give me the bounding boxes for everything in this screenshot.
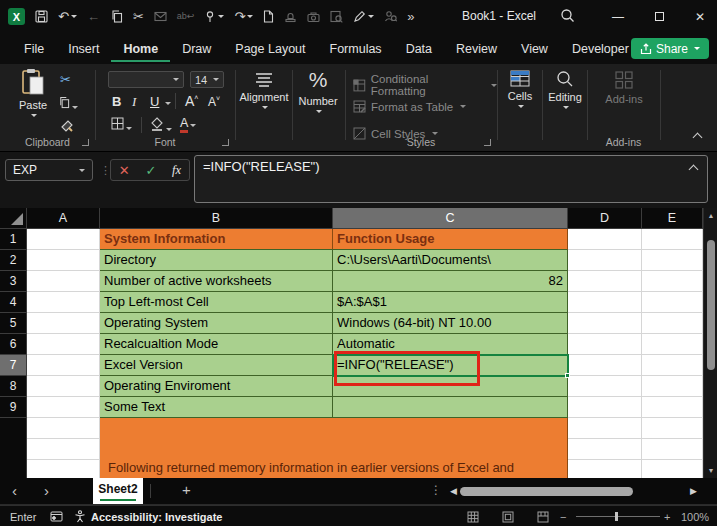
cell-b9[interactable]: Some Text — [100, 397, 333, 418]
page-layout-view-icon[interactable] — [502, 506, 514, 526]
cell-d6[interactable] — [568, 334, 642, 355]
accessibility-status[interactable]: Accessibility: Investigate — [74, 506, 222, 526]
scroll-right-icon[interactable]: ▶ — [690, 486, 697, 496]
styles-dialog-launcher[interactable] — [484, 139, 491, 146]
tab-draw[interactable]: Draw — [170, 36, 223, 62]
bold-button[interactable]: B — [112, 94, 121, 109]
cell-c3[interactable]: 82 — [333, 271, 568, 292]
cell-e7[interactable] — [642, 355, 703, 376]
cell-d5[interactable] — [568, 313, 642, 334]
cell-e9[interactable] — [642, 397, 703, 418]
column-header-b[interactable]: B — [100, 208, 333, 229]
copy-button[interactable] — [110, 10, 123, 23]
cell-e1[interactable] — [642, 229, 703, 250]
cell-a5[interactable] — [27, 313, 100, 334]
cell-b7[interactable]: Excel Version — [100, 355, 333, 376]
cell-a10[interactable] — [27, 418, 100, 478]
tab-file[interactable]: File — [12, 36, 56, 62]
font-dialog-launcher[interactable] — [222, 139, 229, 146]
cell-b6[interactable]: Recalcualtion Mode — [100, 334, 333, 355]
cell-c4[interactable]: $A:$A$1 — [333, 292, 568, 313]
horizontal-scroll-thumb[interactable] — [460, 487, 633, 496]
cell-e8[interactable] — [642, 376, 703, 397]
redo-button[interactable]: ↷ — [234, 10, 253, 23]
tab-page-layout[interactable]: Page Layout — [223, 36, 317, 62]
cell-c5[interactable]: Windows (64-bit) NT 10.00 — [333, 313, 568, 334]
cell-d9[interactable] — [568, 397, 642, 418]
column-header-d[interactable]: D — [568, 208, 642, 229]
cell-b4[interactable]: Top Left-most Cell — [100, 292, 333, 313]
cell-c6[interactable]: Automatic — [333, 334, 568, 355]
cell-d8[interactable] — [568, 376, 642, 397]
share-button[interactable]: Share — [631, 38, 709, 59]
qat-overflow-button[interactable]: » — [407, 10, 414, 23]
tab-review[interactable]: Review — [444, 36, 509, 62]
copy-ribbon-button[interactable] — [58, 96, 78, 112]
conditional-formatting-button[interactable]: Conditional Formatting — [353, 73, 497, 97]
cell-e4[interactable] — [642, 292, 703, 313]
cell-c1[interactable]: Function Usage — [333, 229, 568, 250]
row-header-3[interactable]: 3 — [0, 271, 27, 292]
minimize-button[interactable]: — — [600, 0, 636, 33]
cell-d3[interactable] — [568, 271, 642, 292]
scroll-down-icon[interactable]: ▼ — [704, 467, 717, 474]
cell-c9[interactable] — [333, 397, 568, 418]
format-painter-button[interactable] — [60, 119, 74, 136]
cut-button[interactable]: ✂ — [133, 10, 144, 23]
cell-c8[interactable] — [333, 376, 568, 397]
cell-e2[interactable] — [642, 250, 703, 271]
cell-a9[interactable] — [27, 397, 100, 418]
zoom-slider-track[interactable] — [576, 516, 660, 517]
cell-e3[interactable] — [642, 271, 703, 292]
save-icon[interactable] — [35, 10, 48, 23]
tab-view[interactable]: View — [509, 36, 560, 62]
close-button[interactable]: ✕ — [682, 0, 717, 33]
pen-input-button[interactable] — [353, 10, 374, 23]
italic-button[interactable]: I — [132, 94, 136, 110]
zoom-slider-thumb[interactable] — [615, 512, 618, 521]
tab-home[interactable]: Home — [111, 36, 170, 62]
vertical-scroll-thumb[interactable] — [707, 240, 715, 370]
cell-b5[interactable]: Operating System — [100, 313, 333, 334]
cut-ribbon-button[interactable]: ✂ — [60, 72, 71, 87]
formula-input[interactable]: =INFO("RELEASE") — [194, 155, 708, 203]
new-file-icon[interactable] — [263, 10, 274, 23]
fill-color-button[interactable] — [150, 117, 172, 134]
column-header-e[interactable]: E — [642, 208, 703, 229]
normal-view-icon[interactable] — [467, 506, 479, 526]
cell-d10[interactable] — [568, 418, 642, 478]
touch-mode-button[interactable] — [204, 10, 224, 23]
sheetbar-drag-handle[interactable]: ⋮ — [430, 483, 442, 497]
next-sheet-button[interactable]: › — [44, 482, 49, 499]
cell-d1[interactable] — [568, 229, 642, 250]
font-color-button[interactable]: A — [180, 116, 196, 133]
macro-record-icon[interactable] — [50, 506, 63, 526]
scroll-left-icon[interactable]: ◀ — [450, 486, 457, 496]
font-name-combo[interactable] — [108, 71, 184, 88]
cell-a6[interactable] — [27, 334, 100, 355]
row-header-8[interactable]: 8 — [0, 376, 27, 397]
cell-a8[interactable] — [27, 376, 100, 397]
cell-d7[interactable] — [568, 355, 642, 376]
cell-c7-active[interactable]: =INFO("RELEASE") — [333, 355, 568, 376]
vertical-scrollbar[interactable]: ▲ ▼ — [703, 208, 717, 478]
cell-e5[interactable] — [642, 313, 703, 334]
column-header-a[interactable]: A — [27, 208, 100, 229]
name-box[interactable]: EXP — [5, 159, 93, 181]
cell-e6[interactable] — [642, 334, 703, 355]
tab-formulas[interactable]: Formulas — [318, 36, 394, 62]
cell-d2[interactable] — [568, 250, 642, 271]
cell-b2[interactable]: Directory — [100, 250, 333, 271]
add-sheet-button[interactable]: + — [182, 481, 191, 498]
editing-button[interactable]: Editing — [544, 70, 586, 109]
borders-button[interactable] — [111, 117, 132, 133]
cell-d4[interactable] — [568, 292, 642, 313]
cell-a2[interactable] — [27, 250, 100, 271]
cell-a3[interactable] — [27, 271, 100, 292]
cell-a1[interactable] — [27, 229, 100, 250]
undo-button[interactable]: ↶ — [58, 10, 77, 23]
prev-sheet-button[interactable]: ‹ — [12, 482, 17, 499]
banner-cell[interactable]: Following returned memory information in… — [100, 418, 568, 478]
column-header-c[interactable]: C — [333, 208, 568, 229]
font-size-combo[interactable]: 14 — [190, 71, 224, 88]
